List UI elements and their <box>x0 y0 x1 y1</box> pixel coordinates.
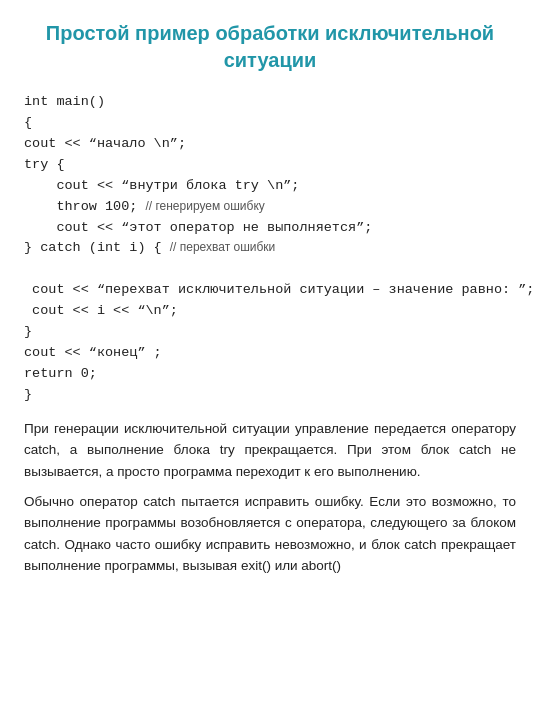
code-line-5: cout << “внутри блока try \n”; <box>24 176 516 197</box>
code-line-8: } catch (int i) { // перехват ошибки <box>24 238 516 259</box>
code-line-1: int main() <box>24 92 516 113</box>
code-text: cout << “конец” ; <box>24 343 162 364</box>
code-text: } catch (int i) { <box>24 238 162 259</box>
code-text: cout << “внутри блока try \n”; <box>24 176 299 197</box>
code-line-6: throw 100; // генерируем ошибку <box>24 197 516 218</box>
page-title: Простой пример обработки исключительной … <box>24 20 516 74</box>
code-text: cout << “перехват исключительной ситуаци… <box>24 280 534 301</box>
code-line-blank <box>24 259 516 280</box>
code-line-12: cout << “конец” ; <box>24 343 516 364</box>
code-line-11: } <box>24 322 516 343</box>
code-text: } <box>24 385 32 406</box>
code-line-3: cout << “начало \n”; <box>24 134 516 155</box>
page: Простой пример обработки исключительной … <box>0 0 540 720</box>
code-line-7: cout << “этот оператор не выполняется”; <box>24 218 516 239</box>
code-block: int main() { cout << “начало \n”; try { … <box>24 92 516 406</box>
comment-catch: // перехват ошибки <box>170 238 276 257</box>
comment-generate: // генерируем ошибку <box>145 197 264 216</box>
code-text: throw 100; <box>24 197 137 218</box>
code-line-14: } <box>24 385 516 406</box>
code-line-10: cout << i << “\n”; <box>24 301 516 322</box>
code-line-4: try { <box>24 155 516 176</box>
description-paragraph2: Обычно оператор catch пытается исправить… <box>24 491 516 577</box>
code-text: cout << “этот оператор не выполняется”; <box>24 218 372 239</box>
code-line-13: return 0; <box>24 364 516 385</box>
code-text: } <box>24 322 32 343</box>
code-line-9: cout << “перехват исключительной ситуаци… <box>24 280 516 301</box>
description: При генерации исключительной ситуации уп… <box>24 418 516 577</box>
code-line-2: { <box>24 113 516 134</box>
code-text: return 0; <box>24 364 97 385</box>
code-text: try { <box>24 155 65 176</box>
code-text: cout << “начало \n”; <box>24 134 186 155</box>
code-text: int main() <box>24 92 105 113</box>
description-paragraph1: При генерации исключительной ситуации уп… <box>24 418 516 483</box>
code-text: { <box>24 113 32 134</box>
code-text <box>24 259 32 280</box>
code-text: cout << i << “\n”; <box>24 301 178 322</box>
